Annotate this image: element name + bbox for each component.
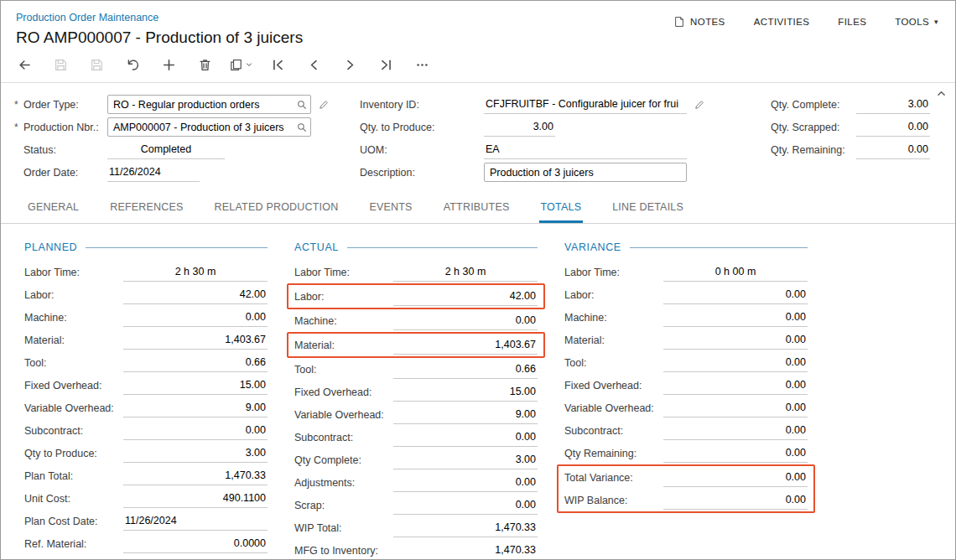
order-summary-form: * Order Type: RO - Regular production or… xyxy=(1,83,955,192)
inventory-id-input[interactable]: CFJFRUITBF - Configurable juicer for fru… xyxy=(484,96,687,114)
breadcrumb[interactable]: Production Order Maintenance xyxy=(16,12,158,23)
collapse-chevron-up-icon[interactable] xyxy=(936,88,947,99)
production-nbr-label: Production Nbr.: xyxy=(23,122,107,133)
field-label: Qty Remaining: xyxy=(564,448,636,459)
tab-references[interactable]: REFERENCES xyxy=(108,194,184,223)
uom-input[interactable]: EA xyxy=(484,141,687,159)
field-row: Material:1,403.67 xyxy=(24,329,268,351)
field-row: MFG to Inventory:1,470.33 xyxy=(294,539,538,560)
order-date-label: Order Date: xyxy=(23,167,107,179)
field-value: 42.00 xyxy=(393,288,538,306)
previous-record-icon xyxy=(307,58,321,72)
form-column-middle: Inventory ID: CFJFRUITBF - Configurable … xyxy=(360,93,705,184)
inventory-id-row: Inventory ID: CFJFRUITBF - Configurable … xyxy=(360,93,705,116)
magnifier-icon[interactable] xyxy=(296,99,308,111)
field-value: 1,470.33 xyxy=(393,542,538,560)
field-row: Variable Overhead:9.00 xyxy=(24,397,268,419)
field-value: 0.66 xyxy=(393,360,538,379)
delete-button[interactable] xyxy=(193,54,216,75)
field-value: 2 h 30 m xyxy=(393,263,538,282)
next-record-icon xyxy=(343,58,357,72)
field-label: Subcontract: xyxy=(294,432,353,443)
order-type-value: RO - Regular production orders xyxy=(113,99,296,111)
files-label: FILES xyxy=(838,17,866,27)
field-row: Fixed Overhead:15.00 xyxy=(24,374,268,397)
undo-button[interactable] xyxy=(121,54,144,75)
undo-icon xyxy=(126,58,140,72)
order-date-input[interactable]: 11/26/2024 xyxy=(107,163,200,182)
field-row: Subcontract:0.00 xyxy=(24,419,268,442)
section-actual: ACTUALLabor Time:2 h 30 mLabor:42.00Mach… xyxy=(294,237,538,560)
field-row: Qty to Produce:3.00 xyxy=(24,442,268,464)
back-button[interactable] xyxy=(13,54,36,75)
last-record-button[interactable] xyxy=(374,54,397,75)
field-label: Tool: xyxy=(294,364,316,376)
field-label: Fixed Overhead: xyxy=(294,386,371,398)
pencil-icon[interactable] xyxy=(318,99,330,111)
field-value: 9.00 xyxy=(393,406,538,424)
save-and-close-button[interactable] xyxy=(49,54,72,75)
section-title: ACTUAL xyxy=(294,241,339,253)
field-value: 11/26/2024 xyxy=(123,512,268,531)
files-button[interactable]: FILES xyxy=(838,17,866,27)
field-row: Labor:0.00 xyxy=(564,283,808,306)
tab-attributes[interactable]: ATTRIBUTES xyxy=(442,194,512,223)
description-input[interactable]: Production of 3 juicers xyxy=(484,163,687,182)
copy-paste-button[interactable] xyxy=(229,54,253,75)
toolbar xyxy=(1,47,955,83)
save-button[interactable] xyxy=(85,54,108,75)
qty-scrapped-label: Qty. Scrapped: xyxy=(771,122,839,133)
field-label: Labor: xyxy=(24,289,54,301)
field-row: Plan Cost Date:11/26/2024 xyxy=(24,510,268,532)
field-row: WIP Total:1,470.33 xyxy=(294,516,538,539)
previous-record-button[interactable] xyxy=(302,54,325,75)
field-label: Adjustments: xyxy=(294,477,355,489)
field-value: 15.00 xyxy=(123,376,268,395)
field-label: Machine: xyxy=(564,312,607,324)
field-label: Material: xyxy=(564,334,605,346)
form-column-left: * Order Type: RO - Regular production or… xyxy=(14,93,350,184)
field-label: Plan Total: xyxy=(24,470,73,482)
first-record-button[interactable] xyxy=(266,54,289,75)
activities-button[interactable]: ACTIVITIES xyxy=(754,17,810,27)
section-header: VARIANCE xyxy=(564,237,808,257)
field-label: Unit Cost: xyxy=(24,493,70,505)
production-nbr-input[interactable]: AMP000007 - Production of 3 juicers xyxy=(107,117,311,137)
totals-sections: PLANNEDLabor Time:2 h 30 mLabor:42.00Mac… xyxy=(1,224,955,560)
qty-to-produce-input[interactable]: 3.00 xyxy=(484,118,555,137)
delete-icon xyxy=(198,58,212,72)
page-title: RO AMP000007 - Production of 3 juicers xyxy=(16,29,303,47)
field-row: Material:0.00 xyxy=(564,329,808,351)
section-planned: PLANNEDLabor Time:2 h 30 mLabor:42.00Mac… xyxy=(24,237,268,560)
field-row: Labor Time:0 h 00 m xyxy=(564,261,808,283)
field-value: 3.00 xyxy=(393,451,538,469)
tab-line-details[interactable]: LINE DETAILS xyxy=(610,194,685,223)
field-value: 0.00 xyxy=(663,469,808,487)
next-record-button[interactable] xyxy=(338,54,361,75)
field-label: Scrap: xyxy=(294,500,325,511)
section-divider xyxy=(347,247,538,248)
tab-general[interactable]: GENERAL xyxy=(26,194,81,223)
tools-button[interactable]: TOOLS ▾ xyxy=(895,17,938,27)
magnifier-icon[interactable] xyxy=(296,122,308,133)
notes-button[interactable]: NOTES xyxy=(673,16,725,28)
order-type-input[interactable]: RO - Regular production orders xyxy=(107,95,311,114)
qty-complete-label: Qty. Complete: xyxy=(771,99,839,111)
field-label: Fixed Overhead: xyxy=(24,380,101,391)
save-icon xyxy=(90,58,104,72)
field-row: Qty Remaining:0.00 xyxy=(564,442,808,464)
field-row: Machine:0.00 xyxy=(294,309,538,332)
field-value: 0.00 xyxy=(663,422,808,440)
field-row: Subcontract:0.00 xyxy=(294,426,538,449)
more-button[interactable] xyxy=(410,54,434,75)
pencil-icon[interactable] xyxy=(694,99,705,111)
field-label: Labor Time: xyxy=(564,267,620,278)
add-button[interactable] xyxy=(157,54,180,75)
description-value: Production of 3 juicers xyxy=(490,167,683,179)
field-row: Labor Time:2 h 30 m xyxy=(24,261,268,283)
tab-related-production[interactable]: RELATED PRODUCTION xyxy=(213,194,340,223)
qty-scrapped-value: 0.00 xyxy=(856,118,930,137)
tab-totals[interactable]: TOTALS xyxy=(539,194,584,223)
field-row: Variable Overhead:9.00 xyxy=(294,403,538,426)
tab-events[interactable]: EVENTS xyxy=(367,194,413,223)
